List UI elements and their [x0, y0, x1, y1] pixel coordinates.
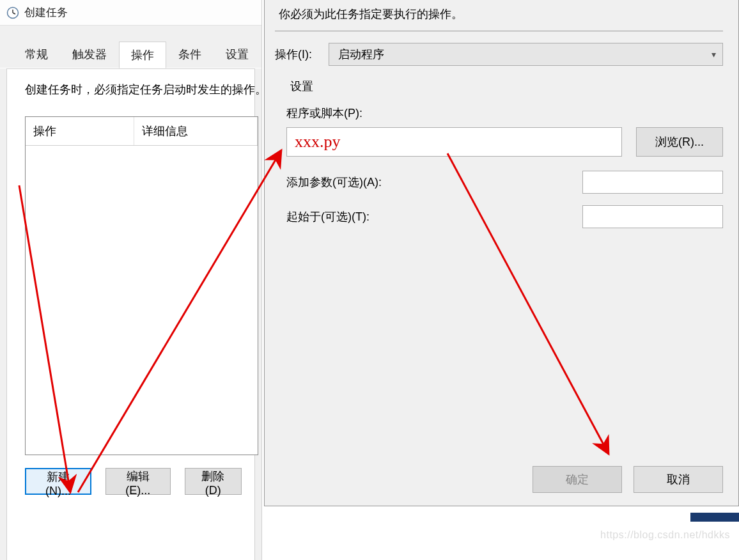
program-label: 程序或脚本(P): — [286, 105, 723, 121]
new-button[interactable]: 新建(N)... — [25, 468, 91, 495]
tab-settings[interactable]: 设置 — [214, 41, 261, 68]
action-row: 操作(I): 启动程序 ▾ — [275, 43, 723, 66]
dialog-footer: 确定 取消 — [533, 466, 723, 493]
col-action[interactable]: 操作 — [26, 117, 134, 145]
startin-input[interactable] — [582, 205, 723, 228]
settings-label: 设置 — [286, 79, 723, 94]
browse-button[interactable]: 浏览(R)... — [636, 127, 723, 157]
ok-button[interactable]: 确定 — [533, 466, 622, 493]
create-task-window: 创建任务 常规 触发器 操作 条件 设置 创建任务时，必须指定任务启动时发生的操… — [0, 0, 262, 560]
action-combo-value: 启动程序 — [338, 47, 384, 62]
chevron-down-icon: ▾ — [712, 49, 716, 59]
tabs: 常规 触发器 操作 条件 设置 — [0, 41, 261, 68]
tab-triggers[interactable]: 触发器 — [60, 41, 119, 68]
new-action-dialog: 你必须为此任务指定要执行的操作。 操作(I): 启动程序 ▾ 设置 程序或脚本(… — [264, 0, 739, 506]
cancel-button[interactable]: 取消 — [634, 466, 723, 493]
actions-button-row: 新建(N)... 编辑(E)... 删除(D) — [25, 468, 242, 495]
startin-label: 起始于(可选)(T): — [286, 209, 370, 224]
divider — [275, 31, 723, 31]
decorative-bar — [690, 513, 739, 522]
args-label: 添加参数(可选)(A): — [286, 175, 382, 190]
col-detail[interactable]: 详细信息 — [134, 117, 258, 145]
settings-fieldset: 设置 程序或脚本(P): xxx.py 浏览(R)... 添加参数(可选)(A)… — [286, 77, 723, 228]
dialog-instruction: 你必须为此任务指定要执行的操作。 — [275, 0, 723, 31]
watermark: https://blog.csdn.net/hdkks — [600, 529, 730, 541]
clock-icon — [6, 6, 19, 19]
list-header: 操作 详细信息 — [26, 117, 258, 146]
tab-general[interactable]: 常规 — [13, 41, 60, 68]
window-title: 创建任务 — [24, 5, 68, 20]
tab-actions[interactable]: 操作 — [119, 42, 166, 68]
action-combo[interactable]: 启动程序 ▾ — [329, 43, 723, 66]
program-input[interactable]: xxx.py — [286, 127, 622, 157]
edit-button[interactable]: 编辑(E)... — [105, 468, 170, 495]
delete-button[interactable]: 删除(D) — [185, 468, 242, 495]
actions-tabpage: 创建任务时，必须指定任务启动时发生的操作。 操作 详细信息 新建(N)... 编… — [6, 68, 255, 560]
tab-conditions[interactable]: 条件 — [166, 41, 214, 68]
titlebar[interactable]: 创建任务 — [0, 0, 261, 26]
actions-hint: 创建任务时，必须指定任务启动时发生的操作。 — [25, 82, 242, 97]
args-input[interactable] — [582, 171, 723, 194]
action-label: 操作(I): — [275, 47, 329, 62]
actions-list[interactable]: 操作 详细信息 — [25, 116, 258, 455]
